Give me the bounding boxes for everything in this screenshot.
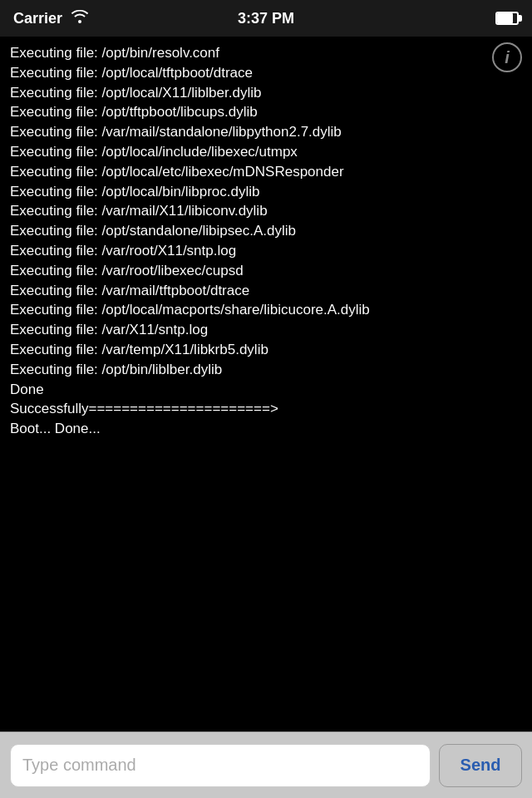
- battery-icon: [495, 12, 519, 25]
- terminal-line: Executing file: /opt/tftpboot/libcups.dy…: [10, 102, 522, 122]
- carrier-label: Carrier: [13, 10, 62, 27]
- terminal-line: Executing file: /opt/bin/liblber.dylib: [10, 360, 522, 380]
- info-button-area[interactable]: i: [482, 37, 532, 78]
- terminal-output: Executing file: /opt/bin/resolv.confExec…: [0, 37, 532, 732]
- command-input[interactable]: [10, 744, 431, 787]
- terminal-line: Executing file: /var/mail/standalone/lib…: [10, 122, 522, 142]
- terminal-line: Boot... Done...: [10, 419, 522, 439]
- terminal-line: Executing file: /var/mail/tftpboot/dtrac…: [10, 281, 522, 301]
- input-bar: Send: [0, 732, 532, 798]
- status-time: 3:37 PM: [113, 10, 419, 27]
- status-left: Carrier: [13, 10, 113, 27]
- status-right: [419, 12, 519, 25]
- terminal-line: Executing file: /opt/local/etc/libexec/m…: [10, 162, 522, 182]
- terminal-line: Executing file: /opt/local/X11/liblber.d…: [10, 83, 522, 103]
- send-label: Send: [461, 756, 501, 775]
- terminal-line: Executing file: /opt/local/tftpboot/dtra…: [10, 63, 522, 83]
- terminal-line: Executing file: /var/root/X11/sntp.log: [10, 241, 522, 261]
- info-button[interactable]: i: [492, 42, 522, 72]
- terminal-line: Executing file: /opt/local/bin/libproc.d…: [10, 182, 522, 202]
- terminal-line: Executing file: /var/X11/sntp.log: [10, 320, 522, 340]
- terminal-line: Successfully======================>: [10, 399, 522, 419]
- info-icon: i: [505, 48, 510, 67]
- terminal-line: Executing file: /var/root/libexec/cupsd: [10, 261, 522, 281]
- terminal-line: Executing file: /var/mail/X11/libiconv.d…: [10, 201, 522, 221]
- terminal-line: Executing file: /opt/standalone/libipsec…: [10, 221, 522, 241]
- status-bar: Carrier 3:37 PM: [0, 0, 532, 37]
- battery-fill: [497, 13, 513, 23]
- terminal-line: Executing file: /opt/bin/resolv.conf: [10, 43, 522, 63]
- terminal-line: Executing file: /opt/local/include/libex…: [10, 142, 522, 162]
- terminal-line: Executing file: /var/temp/X11/libkrb5.dy…: [10, 340, 522, 360]
- terminal-line: Executing file: /opt/local/macports/shar…: [10, 300, 522, 320]
- wifi-icon: [71, 10, 89, 27]
- send-button[interactable]: Send: [439, 744, 522, 787]
- terminal-line: Done: [10, 380, 522, 400]
